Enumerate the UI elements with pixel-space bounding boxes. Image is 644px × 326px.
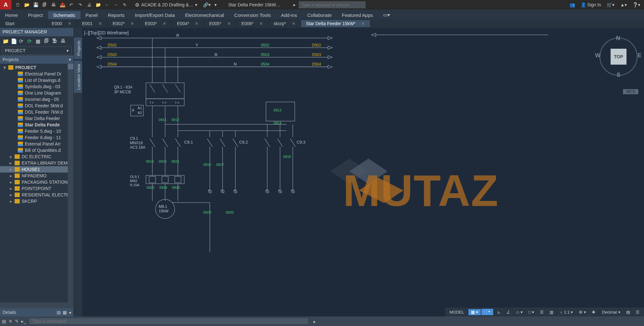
tree-item-external-panel-arr[interactable]: External Panel Arr — [0, 141, 74, 147]
drawing-canvas[interactable]: [–][Top][2D Wireframe]RYBND502D503D50405… — [82, 28, 644, 316]
side-tab-location-view[interactable]: Location View — [74, 61, 82, 93]
ribbon-overflow-icon[interactable]: ▭▾ — [378, 11, 395, 19]
side-tab-projects[interactable]: Projects — [74, 38, 82, 59]
wcs-badge[interactable]: WCS — [623, 89, 638, 94]
cmd-customize-icon[interactable]: ✎ — [15, 319, 19, 324]
units-display[interactable]: Decimal ▾ — [599, 309, 623, 315]
customization-button[interactable]: ☰ — [633, 309, 642, 315]
tree-item-house1[interactable]: ▸HOUSE1 — [0, 166, 74, 173]
collapse-icon[interactable]: ◂ — [69, 310, 71, 315]
model-space-button[interactable]: MODEL — [447, 309, 467, 315]
ribbon-tab-add-ins[interactable]: Add-ins — [276, 11, 302, 19]
tree-item-nfpademo[interactable]: ▸NFPADEMO — [0, 173, 74, 179]
signin-button[interactable]: 👤 Sign In — [581, 2, 601, 7]
file-tab-star-delta-feeder-15kw-[interactable]: Star Delta Feeder 15kW*✕ — [301, 20, 371, 27]
expand-icon[interactable]: ▾ — [3, 65, 6, 70]
tree-item-dc-electric[interactable]: ▸DC ELECTRIC — [0, 153, 74, 160]
saveas-icon[interactable]: 🗐 — [41, 2, 48, 8]
redo-icon[interactable]: ↷ — [77, 2, 83, 8]
publish2-icon[interactable]: 🗐 — [44, 38, 50, 44]
grid-toggle[interactable]: ▦ ▾ — [468, 309, 481, 315]
search-input[interactable] — [299, 1, 366, 8]
workspace-switch[interactable]: ⚙ ▾ — [576, 309, 589, 315]
ribbon-tab-collaborate[interactable]: Collaborate — [302, 11, 337, 19]
ortho-toggle[interactable]: ⊾ — [495, 309, 503, 315]
tree-item-extra-library-demo[interactable]: ▸EXTRA LIBRARY DEMO — [0, 160, 74, 166]
lineweight-toggle[interactable]: ☰ — [537, 309, 546, 315]
ribbon-tab-project[interactable]: Project — [23, 11, 48, 19]
ribbon-tab-electromechanical[interactable]: Electromechanical — [180, 11, 229, 19]
tool-icon[interactable]: ✎ — [122, 2, 128, 8]
osnap-toggle[interactable]: □ ▾ — [526, 309, 537, 315]
details-btn2-icon[interactable]: ▦ — [63, 310, 67, 315]
nav-arrow-icon[interactable]: ▸ — [290, 2, 299, 7]
close-icon[interactable]: ✕ — [98, 21, 102, 26]
details-section-header[interactable]: Details ▤ ▦ ◂ — [0, 308, 74, 316]
snap-toggle[interactable]: ⸬ ▾ — [481, 309, 494, 315]
open-icon[interactable]: 📂 — [24, 2, 30, 8]
plot-icon[interactable]: 🖶 — [50, 2, 57, 8]
file-tab-e000[interactable]: E000✕ — [47, 20, 77, 27]
new-icon[interactable]: 🗋 — [15, 2, 21, 8]
ribbon-tab-reports[interactable]: Reports — [103, 11, 130, 19]
tree-item-dol-feeder-7kw-d[interactable]: DOL Feeder 7kW.d — [0, 109, 74, 115]
prev-icon[interactable]: ← — [104, 2, 110, 8]
tree-item-star-delta-feeder[interactable]: Star Delta Feeder — [0, 115, 74, 122]
close-icon[interactable]: ✕ — [227, 21, 231, 26]
ribbon-tab-schematic[interactable]: Schematic — [48, 11, 80, 19]
close-icon[interactable]: ✕ — [292, 21, 296, 26]
publish-icon[interactable]: 📤 — [59, 2, 66, 8]
tree-item-list-of-drawings-d[interactable]: List of Drawings.d — [0, 77, 74, 83]
tree-item-residential-electri[interactable]: ▸RESIDENTIAL ELECTRI — [0, 192, 74, 198]
refresh2-icon[interactable]: ⟳ — [27, 38, 34, 44]
annotation-scale[interactable]: ⍭ 1:1 ▾ — [557, 309, 576, 315]
close-icon[interactable]: ✕ — [361, 21, 365, 26]
polar-toggle[interactable]: ∠ — [504, 309, 513, 315]
print-icon[interactable]: 🖨 — [86, 2, 92, 8]
view-cube[interactable]: TOP N S W E — [599, 38, 638, 76]
expand-icon[interactable]: ▸ — [9, 173, 13, 178]
connection-icon[interactable]: 👥 — [570, 2, 575, 7]
close-icon[interactable]: ✕ — [259, 21, 263, 26]
help-icon[interactable]: ❔▾ — [633, 2, 640, 7]
print2-icon[interactable]: 🖶 — [60, 38, 67, 44]
close-icon[interactable]: ✕ — [68, 21, 72, 26]
zip-icon[interactable]: 🗜 — [52, 38, 59, 44]
cmd-model-icon[interactable]: ▤ — [2, 319, 6, 324]
tree-item-feeder-6-dwg-11[interactable]: Feeder 6.dwg - 11 — [0, 134, 74, 141]
ribbon-tab-home[interactable]: Home — [0, 11, 23, 19]
close-icon[interactable]: ✕ — [130, 21, 134, 26]
tree-item-incomer-dwg-05[interactable]: Incomer.dwg - 05 — [0, 96, 74, 103]
expand-icon[interactable]: ▸ — [9, 199, 13, 204]
file-tab-e001[interactable]: E001✕ — [77, 20, 108, 27]
tree-item-dol-feeder-5kw-d[interactable]: DOL Feeder 5kW.d — [0, 103, 74, 109]
command-input[interactable] — [29, 318, 309, 325]
save-icon[interactable]: 💾 — [32, 2, 39, 8]
tree-item-electrical-panel-dr[interactable]: Electrical Panel Dr — [0, 71, 74, 77]
cmd-close-icon[interactable]: ✕ — [9, 319, 12, 324]
expand-icon[interactable]: ▸ — [9, 160, 13, 166]
expand-icon[interactable]: ▸ — [9, 154, 13, 159]
ribbon-tab-featured-apps[interactable]: Featured Apps — [337, 11, 378, 19]
tree-item-feeder-5-dwg-10[interactable]: Feeder 5.dwg - 10 — [0, 128, 74, 134]
close-icon[interactable]: ✕ — [163, 21, 166, 26]
cmd-history-icon[interactable]: ▴ — [313, 319, 315, 324]
tree-vertical-scrollbar[interactable] — [68, 64, 74, 302]
annotation-monitor[interactable]: ✚ — [589, 309, 598, 315]
project-combo[interactable]: PROJECT ▾ — [2, 46, 72, 55]
cart-icon[interactable]: 🛒▾ — [607, 2, 614, 7]
new-drawing-icon[interactable]: 📄 — [11, 38, 17, 44]
tree-item-packaging-station[interactable]: ▸PACKAGING STATION — [0, 179, 74, 185]
close-icon[interactable]: ✕ — [195, 21, 199, 26]
file-tab-e005-[interactable]: E005*✕ — [204, 20, 236, 27]
file-tab-e004-[interactable]: E004*✕ — [172, 20, 204, 27]
file-tab-e006-[interactable]: E006*✕ — [236, 20, 269, 27]
workspace-selector[interactable]: ACADE & 2D Drafting &… ▾ — [131, 2, 201, 8]
expand-icon[interactable]: ▸ — [9, 180, 13, 185]
new-project-icon[interactable]: 📁 — [3, 38, 9, 44]
tree-horizontal-scrollbar[interactable] — [0, 302, 74, 308]
task-icon[interactable]: ▦ — [36, 38, 42, 44]
file-tab-start[interactable]: Start — [0, 20, 47, 27]
transparency-toggle[interactable]: ▥ — [547, 309, 556, 315]
tree-item-symbols-dwg-03[interactable]: Symbols.dwg - 03 — [0, 83, 74, 90]
